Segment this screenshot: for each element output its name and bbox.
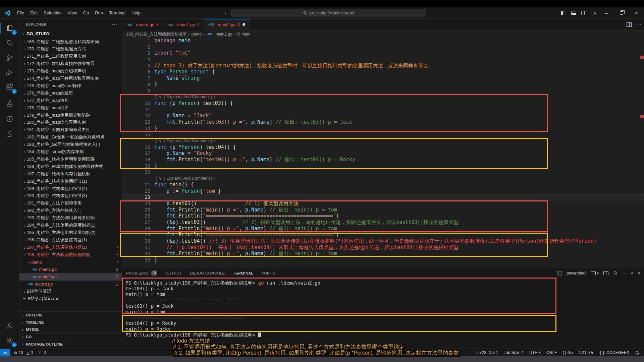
tree-file[interactable]: ~GOmain2.go2 [19, 273, 122, 281]
toggle-sidebar-icon[interactable] [558, 7, 569, 18]
tree-folder[interactable]: ›191_尚硅谷_方法介绍和使用 [19, 200, 122, 207]
tree-folder[interactable]: ›173_尚硅谷_map的介绍和声明 [19, 68, 122, 75]
tab-main1.go[interactable]: ~GOmain1.go2 [163, 19, 204, 31]
tree-folder[interactable]: ›184_尚硅谷_struct的内存布局 [19, 148, 122, 156]
tree-file[interactable]: ~GOrecord.go1 [19, 281, 122, 288]
restore-button[interactable] [614, 7, 629, 18]
activity-codegeex[interactable] [0, 127, 19, 142]
shell-name[interactable]: powershell [567, 271, 586, 276]
codelens-explain[interactable]: Explain [166, 95, 180, 99]
section-outline[interactable]: ›OUTLINE [19, 311, 122, 318]
tree-folder[interactable]: ›177_尚硅谷_map切片 [19, 97, 122, 104]
menu-run[interactable]: Run [92, 9, 106, 16]
tree-folder[interactable]: ›179_尚硅谷_map使用细节和陷阱 [19, 112, 122, 119]
tree-folder[interactable]: ›189_尚硅谷_结构体使用细节(2) [19, 185, 122, 192]
panel-tab-ports[interactable]: PORTS [261, 267, 275, 279]
tree-folder[interactable]: ›178_尚硅谷_map排序 [19, 104, 122, 112]
code-area[interactable]: 1package main23import "fmt"45// todo 3) … [122, 38, 644, 267]
tree-folder[interactable]: ›demo• [19, 258, 122, 266]
close-icon[interactable]: × [213, 138, 216, 143]
minimize-button[interactable]: – [599, 7, 614, 18]
go-version-status[interactable]: 1.21.0 ϟ [579, 350, 593, 355]
section-mysql[interactable]: ›MYSQL [19, 326, 122, 333]
panel-tab-terminal[interactable]: TERMINAL [233, 267, 253, 279]
tree-folder[interactable]: ›190_尚硅谷_结构体使用细节(3) [19, 192, 122, 200]
tab-size[interactable]: Tab Size: 4 [504, 350, 524, 355]
activity-account[interactable] [0, 319, 19, 334]
bell-icon[interactable] [635, 351, 639, 355]
activity-explorer[interactable]: 1 [0, 21, 19, 36]
breadcrumb[interactable]: 198_尚硅谷_方法和函数区别说明›demo›~GOmain2.go›main [122, 31, 644, 38]
encoding[interactable]: UTF-8 [529, 350, 541, 355]
menu-go[interactable]: Go [80, 9, 92, 16]
eol-sequence[interactable]: CRLF [546, 350, 557, 355]
menu-terminal[interactable]: Terminal [106, 9, 128, 16]
tree-folder[interactable]: ›B站学习笔记 [19, 288, 122, 295]
tree-folder[interactable]: ›181_尚硅谷_面向对象编程必要性 [19, 126, 122, 134]
section-package-outline[interactable]: ›PACKAGE OUTLINE [19, 341, 122, 348]
close-icon[interactable]: × [213, 95, 216, 99]
tree-folder[interactable]: ›182_尚硅谷_Go独树一帜的面向对象特点 [19, 134, 122, 141]
activity-settings[interactable]: 1 [0, 333, 19, 348]
remote-indicator[interactable]: >< [0, 349, 10, 357]
panel-tab-problems[interactable]: PROBLEMS13 [126, 267, 157, 279]
cursor-position[interactable]: Ln 23, Col 1 [476, 350, 498, 355]
codelens-add-comment[interactable]: Add Comment [183, 138, 210, 143]
language-mode[interactable]: { } Go [562, 350, 573, 355]
toggle-panel-icon[interactable] [569, 7, 579, 18]
editor-more-icon[interactable]: ⋯ [636, 22, 641, 28]
split-editor-icon[interactable] [627, 22, 632, 27]
codelens-content[interactable]: ⟨⟩ ∨ | Explain | Add Comment | × [154, 94, 216, 100]
codelens-explain[interactable]: Explain [166, 138, 180, 143]
activity-source-control[interactable] [0, 50, 19, 65]
breadcrumb-item[interactable]: demo [191, 32, 202, 37]
tree-folder[interactable]: ›170_尚硅谷_二维数组遍历方式 [19, 46, 122, 53]
menu-selection[interactable]: Selection [41, 9, 64, 16]
tree-folder[interactable]: ›169_尚硅谷_二维数组使用和内存布局 [19, 38, 122, 46]
tree-folder[interactable]: ›194_尚硅谷_方法使用的深度剖析(1) [19, 222, 122, 229]
section-go[interactable]: ›GO [19, 333, 122, 340]
breadcrumb-item[interactable]: 198_尚硅谷_方法和函数区别说明 [126, 32, 186, 37]
codelens-explain[interactable]: Explain [166, 176, 180, 181]
codelens-content[interactable]: ⟨⟩ ∨ | Explain | Add Comment | × [154, 138, 216, 144]
activity-run-and-debug[interactable] [0, 65, 19, 80]
tree-folder[interactable]: ›174_尚硅谷_map三种用法和应用实例 [19, 75, 122, 82]
split-terminal-icon[interactable] [603, 271, 608, 275]
tree-folder[interactable]: ›196_尚硅谷_方法课堂练习题(1) [19, 236, 122, 244]
menu-file[interactable]: File [14, 9, 27, 16]
tree-folder[interactable]: ›175_尚硅谷_map的crud操作 [19, 82, 122, 89]
toggle-secondary-sidebar-icon[interactable] [579, 7, 589, 18]
kill-terminal-trash-icon[interactable] [613, 271, 618, 276]
tree-folder[interactable]: ›180_尚硅谷_map综合应用实例 [19, 119, 122, 126]
tree-folder[interactable]: ›188_尚硅谷_结构体使用细节(1) [19, 178, 122, 185]
problems-status[interactable]: ⊗ 13 △ 0 [14, 350, 33, 355]
menu-view[interactable]: View [65, 9, 80, 16]
panel-close-icon[interactable]: × [638, 270, 641, 276]
codelens-add-comment[interactable]: Add Comment [183, 95, 210, 99]
tree-folder[interactable]: ›192_尚硅谷_方法的快速入门 [19, 207, 122, 215]
terminal-output[interactable]: PS G:\task\go_study\198_尚硅谷_方法和函数区别说明> g… [125, 280, 320, 338]
breadcrumb-item[interactable]: main [241, 32, 250, 37]
menu-help[interactable]: Help [128, 9, 144, 16]
launch-profile-icon[interactable]: ∨ [591, 271, 599, 275]
codelens-content[interactable]: ⟨⟩ ∨ | Explain | Add Comment | × [154, 175, 216, 182]
menu-edit[interactable]: Edit [27, 9, 41, 16]
panel-more-icon[interactable]: ⋯ [622, 270, 626, 276]
tree-folder[interactable]: ›185_尚硅谷_结构体声明和使用陷阱 [19, 156, 122, 163]
close-icon[interactable]: × [213, 176, 216, 181]
tree-file[interactable]: ~GOmain1.go2 [19, 266, 122, 273]
tree-file[interactable]: ≣B站学习笔记.rar [19, 295, 122, 303]
tree-folder[interactable]: ›197_尚硅谷_方法课堂练习题(2)• [19, 244, 122, 251]
tree-folder[interactable]: ›183_尚硅谷_Go面向对象编程快速入门 [19, 141, 122, 148]
broadcast-status[interactable]: 0 [38, 350, 46, 355]
sidebar-more-icon[interactable]: ⋯ [112, 21, 117, 27]
back-arrow-icon[interactable]: ← [224, 10, 229, 16]
command-center-search[interactable]: go_study [Administrator] [231, 9, 426, 17]
panel-tab-debug-console[interactable]: DEBUG CONSOLE [190, 267, 225, 279]
tree-folder[interactable]: ›198_尚硅谷_方法和函数区别说明• [19, 251, 122, 258]
close-button[interactable]: × [629, 7, 644, 18]
panel-tab-output[interactable]: OUTPUT [165, 267, 182, 279]
tree-folder[interactable]: ›176_尚硅谷_map的遍历 [19, 89, 122, 97]
codelens-add-comment[interactable]: Add Comment [183, 176, 210, 181]
tab-record.go[interactable]: ~GOrecord.go1 [122, 19, 163, 31]
